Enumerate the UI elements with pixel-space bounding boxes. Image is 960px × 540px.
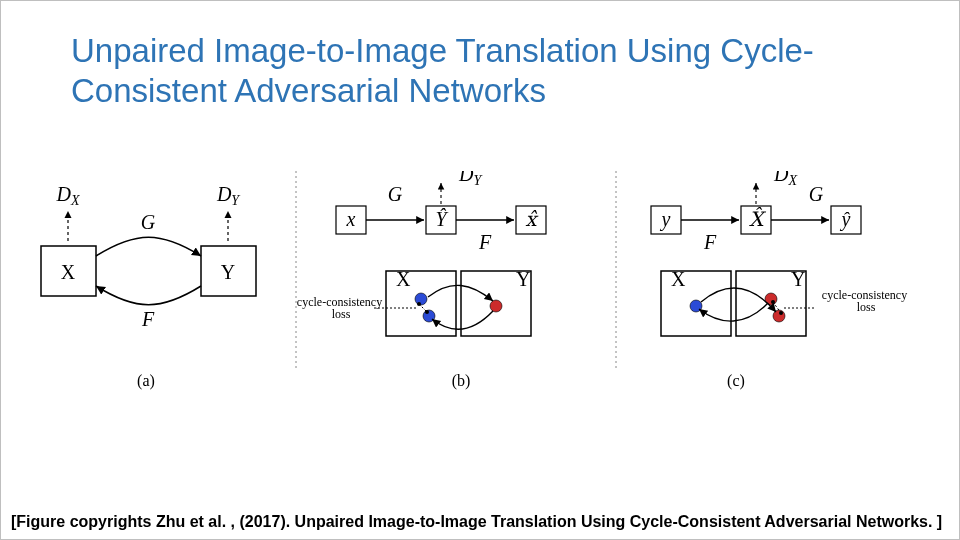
panel-c-y: y bbox=[660, 208, 671, 231]
panel-b-DY: DY bbox=[458, 171, 483, 188]
figure-svg: X Y G F DX DY (a) x Ŷ x̂ G F bbox=[16, 171, 936, 401]
dot-red-icon bbox=[490, 300, 502, 312]
panel-c-G: G bbox=[809, 183, 824, 205]
panel-c-label: (c) bbox=[727, 372, 745, 390]
panel-a-X: X bbox=[61, 261, 76, 283]
panel-a-label: (a) bbox=[137, 372, 155, 390]
dot-red-icon bbox=[773, 310, 785, 322]
panel-c-DX: DX bbox=[773, 171, 797, 188]
svg-point-27 bbox=[771, 300, 775, 304]
panel-b-Y: Y bbox=[516, 268, 530, 290]
panel-c-cc: cycle-consistency loss bbox=[822, 288, 910, 314]
svg-point-15 bbox=[417, 302, 421, 306]
svg-point-16 bbox=[425, 310, 429, 314]
panel-b-x: x bbox=[346, 208, 356, 230]
dot-blue-icon bbox=[415, 293, 427, 305]
panel-b-X: X bbox=[396, 268, 411, 290]
panel-a-DX: DX bbox=[55, 183, 79, 208]
panel-c-X: X bbox=[671, 268, 686, 290]
panel-b-cc: cycle-consistency loss bbox=[297, 295, 385, 321]
panel-a-F: F bbox=[141, 308, 155, 330]
panel-c-Y: Y bbox=[791, 268, 805, 290]
slide: Unpaired Image-to-Image Translation Usin… bbox=[0, 0, 960, 540]
panel-b-G: G bbox=[388, 183, 403, 205]
panel-b-xhat: x̂ bbox=[525, 208, 539, 230]
panel-a-DY: DY bbox=[216, 183, 241, 208]
panel-b-Yhat: Ŷ bbox=[435, 208, 448, 230]
panel-c-F: F bbox=[703, 231, 717, 253]
svg-point-28 bbox=[779, 311, 783, 315]
panel-a-Y: Y bbox=[221, 261, 235, 283]
panel-b: x Ŷ x̂ G F DY X Y bbox=[297, 171, 546, 390]
panel-c: y X̂ ŷ F G DX X Y bbox=[651, 171, 910, 390]
panel-b-F: F bbox=[478, 231, 492, 253]
panel-a-G: G bbox=[141, 211, 156, 233]
panel-b-label: (b) bbox=[452, 372, 471, 390]
figure-caption: [Figure copyrights Zhu et al. , (2017). … bbox=[11, 513, 949, 531]
slide-title: Unpaired Image-to-Image Translation Usin… bbox=[71, 31, 899, 110]
panel-c-yhat: ŷ bbox=[840, 208, 851, 231]
panel-c-Xhat: X̂ bbox=[749, 207, 767, 230]
